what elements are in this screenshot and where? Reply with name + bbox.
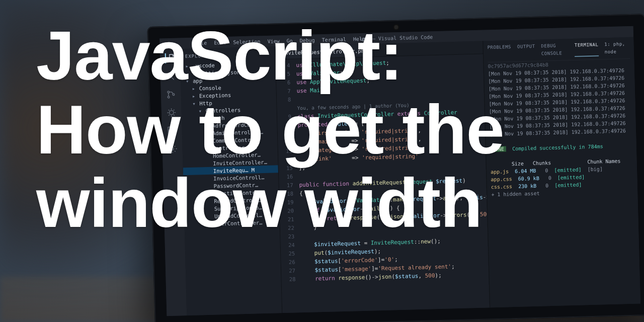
hero-thumbnail: FileEditSelectionViewGoDebugTerminalHelp… bbox=[0, 0, 644, 322]
headline-line-3: window width bbox=[36, 167, 634, 240]
headline-overlay: JavaScript: How to get the window width bbox=[36, 19, 634, 240]
headline-line-2: How to get the bbox=[36, 93, 634, 167]
headline-line-1: JavaScript: bbox=[36, 19, 634, 93]
